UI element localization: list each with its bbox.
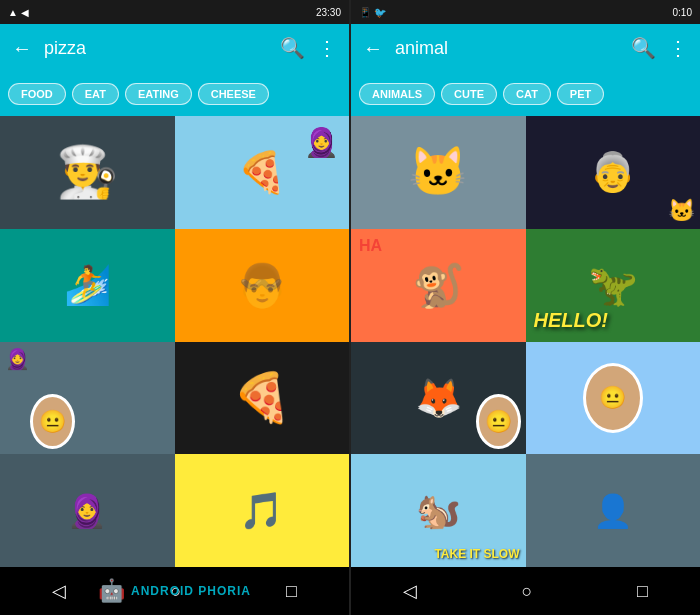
home-nav-right[interactable]: ○ xyxy=(522,581,533,602)
gif-figure-r8: 👤 xyxy=(526,454,701,567)
status-icons-right-right: 0:10 xyxy=(673,7,692,18)
time-left: 23:30 xyxy=(316,7,341,18)
search-title-right: animal xyxy=(395,38,619,59)
gif-cell-r3[interactable]: HA 🐒 xyxy=(351,229,526,342)
status-icons-left: ▲ ◀ xyxy=(8,7,29,18)
gif-cell-r5[interactable]: 🦊 😐 xyxy=(351,342,526,455)
android-logo-icon: 🤖 xyxy=(98,578,125,604)
gif-figure-r5: 🦊 😐 xyxy=(351,342,526,455)
status-icons-right-left: 📱 🐦 xyxy=(359,7,386,18)
tag-cheese[interactable]: CHEESE xyxy=(198,83,269,105)
gif-figure-r2: 👵 🐱 xyxy=(526,116,701,229)
tag-pet[interactable]: PET xyxy=(557,83,604,105)
hello-text: HELLO! xyxy=(534,309,608,332)
recents-nav-right[interactable]: □ xyxy=(637,581,648,602)
face-circle-r5: 😐 xyxy=(476,394,521,449)
gif-figure-4: 〰️ 👨 xyxy=(175,229,350,342)
gif-figure-r7: 🐿️ TAKE IT SLOW xyxy=(351,454,526,567)
gif-cell-8[interactable]: 🎵 xyxy=(175,454,350,567)
gif-cell-5[interactable]: 🧕 😐 xyxy=(0,342,175,455)
gif-cell-r1[interactable]: 🐱 xyxy=(351,116,526,229)
status-bar-right: 📱 🐦 0:10 xyxy=(351,0,700,24)
tag-food[interactable]: FOOD xyxy=(8,83,66,105)
time-right: 0:10 xyxy=(673,7,692,18)
search-icon-right[interactable]: 🔍 xyxy=(631,36,656,60)
gif-cell-3[interactable]: 🏄 xyxy=(0,229,175,342)
gif-cell-4[interactable]: 〰️ 👨 xyxy=(175,229,350,342)
gif-grid-left: 👨‍🍳 🍕 🧕 🏄 〰️ 👨 🧕 😐 xyxy=(0,116,349,567)
tags-row-left: FOOD EAT EATING CHEESE xyxy=(0,72,349,116)
gif-figure-r4: 🦖 HELLO! xyxy=(526,229,701,342)
gif-cell-r6[interactable]: 😐 xyxy=(526,342,701,455)
gif-figure-5: 🧕 😐 xyxy=(0,342,175,455)
face-circle-r6: 😐 xyxy=(583,363,643,433)
gif-cell-2[interactable]: 🍕 🧕 xyxy=(175,116,350,229)
gif-figure-r3: HA 🐒 xyxy=(351,229,526,342)
gif-figure-r1: 🐱 xyxy=(351,116,526,229)
gif-cell-r2[interactable]: 👵 🐱 xyxy=(526,116,701,229)
app-bar-left: ← pizza 🔍 ⋮ xyxy=(0,24,349,72)
whatsapp-icon: 📱 xyxy=(359,7,371,18)
tag-cute[interactable]: CUTE xyxy=(441,83,497,105)
gif-grid-right: 🐱 👵 🐱 HA 🐒 🦖 HELLO! 🦊 😐 xyxy=(351,116,700,567)
ha-text: HA xyxy=(359,237,382,255)
more-icon-right[interactable]: ⋮ xyxy=(668,36,688,60)
gif-cell-7[interactable]: 🧕 xyxy=(0,454,175,567)
tag-eating[interactable]: EATING xyxy=(125,83,192,105)
gif-cell-r7[interactable]: 🐿️ TAKE IT SLOW xyxy=(351,454,526,567)
nav-bar-right: ◁ ○ □ xyxy=(351,567,700,615)
back-button-left[interactable]: ← xyxy=(12,37,32,60)
gif-figure-7: 🧕 xyxy=(0,454,175,567)
gif-cell-r4[interactable]: 🦖 HELLO! xyxy=(526,229,701,342)
gif-figure-8: 🎵 xyxy=(175,454,350,567)
face-circle-5: 😐 xyxy=(30,394,75,449)
nav-bar-left: 🤖 ANDROID PHORIA ◁ ○ □ xyxy=(0,567,349,615)
more-icon-left[interactable]: ⋮ xyxy=(317,36,337,60)
app-bar-right: ← animal 🔍 ⋮ xyxy=(351,24,700,72)
tag-cat[interactable]: CAT xyxy=(503,83,551,105)
gif-figure-2: 🍕 🧕 xyxy=(175,116,350,229)
tag-eat[interactable]: EAT xyxy=(72,83,119,105)
notification-icons: ▲ ◀ xyxy=(8,7,29,18)
gif-figure-r6: 😐 xyxy=(526,342,701,455)
left-panel: ▲ ◀ 23:30 ← pizza 🔍 ⋮ FOOD EAT EATING CH… xyxy=(0,0,349,615)
gif-cell-1[interactable]: 👨‍🍳 xyxy=(0,116,175,229)
search-title-left: pizza xyxy=(44,38,268,59)
right-panel: 📱 🐦 0:10 ← animal 🔍 ⋮ ANIMALS CUTE CAT P… xyxy=(351,0,700,615)
gif-figure-6: 🍕 xyxy=(175,342,350,455)
status-icons-right: 23:30 xyxy=(316,7,341,18)
back-nav-right[interactable]: ◁ xyxy=(403,580,417,602)
watermark-text-left: ANDROID PHORIA xyxy=(131,584,251,598)
take-it-slow-text: TAKE IT SLOW xyxy=(434,547,519,561)
gif-cell-r8[interactable]: 👤 xyxy=(526,454,701,567)
tags-row-right: ANIMALS CUTE CAT PET xyxy=(351,72,700,116)
twitter-icon: 🐦 xyxy=(374,7,386,18)
back-button-right[interactable]: ← xyxy=(363,37,383,60)
tag-animals[interactable]: ANIMALS xyxy=(359,83,435,105)
gif-figure-1: 👨‍🍳 xyxy=(0,116,175,229)
search-icon-left[interactable]: 🔍 xyxy=(280,36,305,60)
status-bar-left: ▲ ◀ 23:30 xyxy=(0,0,349,24)
gif-figure-3: 🏄 xyxy=(0,229,175,342)
gif-cell-6[interactable]: 🍕 xyxy=(175,342,350,455)
